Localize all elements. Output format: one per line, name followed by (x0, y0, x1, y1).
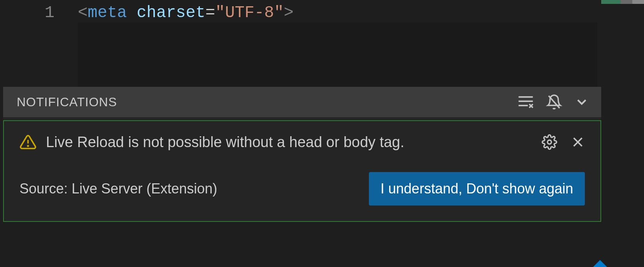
notification-message-group: Live Reload is not possible without a he… (19, 134, 404, 151)
close-bracket: > (284, 4, 293, 22)
notifications-header: NOTIFICATIONS (3, 87, 601, 117)
equals: = (205, 4, 215, 22)
notifications-panel: NOTIFICATIONS (3, 87, 601, 222)
minimap-segment (621, 0, 632, 4)
clear-all-icon[interactable] (517, 95, 534, 109)
notification-item-actions (542, 134, 585, 150)
code-editor[interactable]: 1 <meta charset="UTF-8"> (0, 0, 644, 23)
editor-background (78, 23, 597, 87)
notification-item: Live Reload is not possible without a he… (3, 120, 601, 222)
notification-source: Source: Live Server (Extension) (19, 181, 217, 197)
understand-button[interactable]: I understand, Don't show again (369, 172, 585, 206)
attr-value: "UTF-8" (215, 4, 284, 22)
gear-icon[interactable] (542, 134, 557, 150)
close-icon[interactable] (571, 135, 585, 149)
header-actions (517, 94, 590, 110)
open-bracket: < (78, 4, 88, 22)
svg-point-8 (547, 140, 551, 144)
code-line[interactable]: <meta charset="UTF-8"> (78, 3, 294, 23)
minimap[interactable] (601, 0, 644, 4)
mute-bell-icon[interactable] (546, 94, 562, 110)
notification-message: Live Reload is not possible without a he… (46, 134, 404, 151)
chevron-down-icon[interactable] (574, 94, 590, 110)
warning-icon (19, 134, 37, 151)
line-number: 1 (0, 3, 78, 23)
notifications-title: NOTIFICATIONS (17, 95, 117, 109)
notification-footer-row: Source: Live Server (Extension) I unders… (19, 172, 585, 206)
attr-name: charset (137, 4, 205, 22)
minimap-segment (601, 0, 621, 4)
scroll-indicator-icon[interactable] (593, 260, 607, 267)
svg-point-7 (28, 146, 28, 146)
notification-message-row: Live Reload is not possible without a he… (19, 134, 585, 151)
minimap-segment (632, 0, 644, 4)
tag-name: meta (88, 4, 127, 22)
